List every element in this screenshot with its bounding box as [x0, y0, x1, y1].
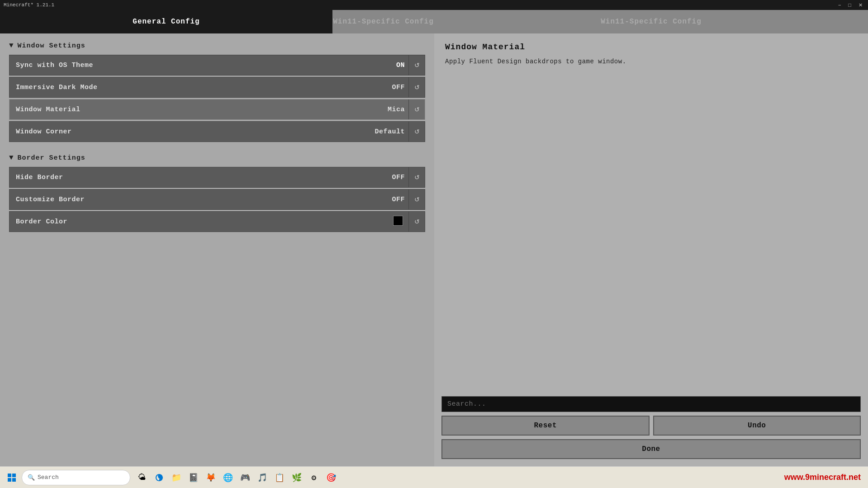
app6-icon[interactable]: 🌐 — [220, 469, 236, 486]
start-button[interactable] — [4, 469, 20, 486]
right-info-desc: Apply Fluent Design backdrops to game wi… — [445, 57, 857, 66]
reset-window-corner[interactable]: ↺ — [408, 122, 425, 142]
svg-rect-0 — [8, 474, 11, 477]
taskbar-icons: 🌤 📁 📓 🦊 🌐 🎮 🎵 📋 🌿 ⚙️ 🎯 — [134, 469, 339, 486]
taskbar: 🔍 Search 🌤 📁 📓 🦊 🌐 🎮 🎵 📋 🌿 ⚙️ 🎯 www — [0, 466, 868, 488]
tab-general-config[interactable]: General Config — [0, 10, 332, 33]
close-button[interactable]: ✕ — [857, 2, 864, 8]
reset-button[interactable]: Reset — [441, 416, 650, 436]
reset-customize-border[interactable]: ↺ — [408, 190, 425, 209]
setting-hide-border[interactable]: Hide Border OFF ↺ — [9, 167, 425, 188]
title-bar-text: Minecraft* 1.21.1 — [4, 2, 54, 8]
svg-rect-1 — [12, 474, 16, 477]
svg-rect-2 — [8, 478, 11, 482]
maximize-button[interactable]: □ — [846, 2, 853, 8]
right-bottom-controls: Reset Undo Done — [434, 392, 868, 466]
edge-icon[interactable] — [151, 469, 167, 486]
reset-immersive-dark-mode[interactable]: ↺ — [408, 77, 425, 97]
undo-button[interactable]: Undo — [653, 416, 861, 436]
tabs-bar: General Config Win11-Specific Config — [0, 10, 434, 33]
app9-icon[interactable]: 📋 — [271, 469, 288, 486]
border-color-swatch — [393, 216, 403, 226]
app12-icon[interactable]: 🎯 — [323, 469, 339, 486]
tab-win11-config[interactable]: Win11-Specific Config — [332, 10, 434, 33]
setting-sync-os-theme[interactable]: Sync with OS Theme ON ↺ — [9, 55, 425, 76]
title-bar-controls: − □ ✕ — [836, 2, 864, 8]
right-info-title: Window Material — [445, 43, 857, 52]
taskbar-search-box[interactable]: 🔍 Search — [22, 470, 130, 485]
reset-hide-border[interactable]: ↺ — [408, 167, 425, 187]
file-explorer-icon[interactable]: 📁 — [168, 469, 185, 486]
setting-window-material[interactable]: Window Material Mica ↺ — [9, 99, 425, 120]
settings-area: ▼ Window Settings Sync with OS Theme ON … — [0, 33, 434, 466]
setting-customize-border[interactable]: Customize Border OFF ↺ — [9, 189, 425, 210]
window-settings-header: ▼ Window Settings — [0, 38, 434, 53]
done-button[interactable]: Done — [441, 439, 861, 459]
taskbar-search-text: Search — [38, 474, 59, 481]
right-panel: Win11-Specific Config Window Material Ap… — [434, 10, 868, 466]
btn-row: Reset Undo — [441, 416, 861, 436]
title-bar: Minecraft* 1.21.1 − □ ✕ — [0, 0, 868, 10]
left-panel: General Config Win11-Specific Config ▼ W… — [0, 10, 434, 466]
reset-window-material[interactable]: ↺ — [408, 99, 425, 119]
setting-border-color[interactable]: Border Color ↺ — [9, 211, 425, 232]
taskbar-search-icon: 🔍 — [28, 474, 35, 481]
minimize-button[interactable]: − — [836, 2, 843, 8]
tab-win11-specific-right[interactable]: Win11-Specific Config — [434, 10, 868, 33]
spotify-icon[interactable]: 🎵 — [254, 469, 270, 486]
border-settings-header: ▼ Border Settings — [0, 150, 434, 166]
app7-icon[interactable]: 🎮 — [237, 469, 253, 486]
svg-rect-3 — [12, 478, 16, 482]
setting-window-corner[interactable]: Window Corner Default ↺ — [9, 121, 425, 142]
window-settings-icon: ▼ — [9, 42, 14, 50]
border-settings-icon: ▼ — [9, 154, 14, 162]
setting-immersive-dark-mode[interactable]: Immersive Dark Mode OFF ↺ — [9, 77, 425, 98]
search-input[interactable] — [441, 396, 861, 412]
onenote-icon[interactable]: 📓 — [185, 469, 202, 486]
right-info-area: Window Material Apply Fluent Design back… — [434, 33, 868, 392]
app10-icon[interactable]: 🌿 — [289, 469, 305, 486]
watermark: www.9minecraft.net — [784, 473, 864, 482]
weather-icon[interactable]: 🌤 — [134, 469, 150, 486]
main-content: General Config Win11-Specific Config ▼ W… — [0, 10, 868, 466]
reset-sync-os-theme[interactable]: ↺ — [408, 55, 425, 75]
firefox-icon[interactable]: 🦊 — [203, 469, 219, 486]
settings-icon[interactable]: ⚙️ — [306, 469, 322, 486]
reset-border-color[interactable]: ↺ — [408, 212, 425, 232]
